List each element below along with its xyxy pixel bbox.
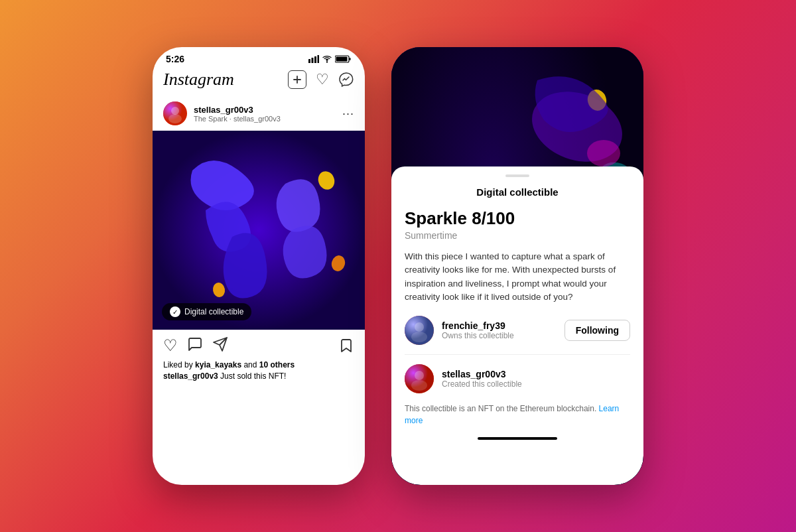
liked-count[interactable]: 10 others	[259, 360, 295, 369]
post-caption: stellas_gr00v3 Just sold this NFT!	[163, 371, 354, 381]
owner-row: frenchie_fry39 Owns this collectible Fol…	[405, 316, 630, 345]
sheet-bottom-indicator	[478, 437, 557, 440]
add-button[interactable]	[288, 70, 306, 89]
owner-role: Owns this collectible	[442, 331, 557, 340]
divider	[405, 354, 630, 355]
svg-point-23	[415, 322, 424, 332]
caption-username[interactable]: stellas_gr00v3	[163, 371, 218, 381]
collectible-name: Sparkle 8/100	[405, 208, 630, 229]
plus-icon	[293, 75, 302, 84]
collectible-subtitle: Summertime	[405, 230, 630, 241]
status-icons	[308, 55, 352, 63]
svg-rect-3	[318, 55, 320, 63]
status-bar: 5:26	[153, 47, 365, 67]
header-icons: ♡	[288, 70, 354, 89]
svg-point-21	[587, 140, 620, 166]
post-user[interactable]: stellas_gr00v3 The Spark · stellas_gr00v…	[163, 101, 281, 125]
post-actions: ♡	[153, 330, 365, 359]
post-actions-left: ♡	[163, 336, 228, 355]
left-phone: 5:26 Instagram	[153, 47, 365, 485]
post-user-info: stellas_gr00v3 The Spark · stellas_gr00v…	[194, 105, 281, 123]
more-options[interactable]: ···	[342, 107, 354, 121]
save-button[interactable]	[338, 338, 354, 354]
post-subtitle: The Spark · stellas_gr00v3	[194, 115, 281, 123]
signal-icon	[308, 55, 319, 63]
creator-info: stellas_gr00v3 Created this collectible	[442, 369, 630, 389]
messenger-icon[interactable]	[338, 72, 354, 88]
post-info: Liked by kyia_kayaks and 10 others stell…	[153, 359, 365, 386]
instagram-logo: Instagram	[163, 70, 234, 90]
creator-avatar	[405, 364, 434, 393]
heart-button[interactable]: ♡	[316, 71, 329, 88]
svg-point-24	[411, 332, 427, 342]
svg-rect-6	[336, 57, 348, 62]
like-button[interactable]: ♡	[163, 336, 178, 355]
post-artwork	[153, 131, 365, 330]
svg-rect-13	[153, 131, 365, 330]
svg-point-26	[415, 371, 424, 380]
liked-by: Liked by kyia_kayaks and 10 others	[163, 360, 354, 369]
post-image: ✓ Digital collectible	[153, 131, 365, 330]
wifi-icon	[322, 55, 332, 63]
creator-role: Created this collectible	[442, 379, 630, 389]
nft-note-text: This collectible is an NFT on the Ethere…	[405, 404, 596, 413]
battery-icon	[335, 55, 352, 63]
creator-row: stellas_gr00v3 Created this collectible	[405, 364, 630, 393]
liked-username[interactable]: kyia_kayaks	[195, 360, 241, 369]
share-button[interactable]	[212, 336, 228, 352]
collectible-description: With this piece I wanted to capture what…	[405, 250, 630, 304]
collectible-sheet: Digital collectible Sparkle 8/100 Summer…	[391, 166, 643, 485]
ig-header: Instagram ♡	[153, 67, 365, 96]
caption-text: Just sold this NFT!	[218, 371, 287, 381]
svg-rect-1	[312, 58, 314, 63]
svg-rect-2	[314, 56, 316, 63]
right-panel: Digital collectible Sparkle 8/100 Summer…	[391, 47, 643, 485]
badge-label: Digital collectible	[184, 307, 243, 316]
sheet-handle	[505, 174, 529, 177]
owner-avatar	[405, 316, 434, 345]
badge-check-icon: ✓	[170, 306, 180, 317]
svg-point-27	[411, 380, 427, 391]
svg-point-11	[171, 107, 179, 115]
post-avatar	[163, 101, 187, 125]
nft-note: This collectible is an NFT on the Ethere…	[405, 403, 630, 427]
svg-point-4	[326, 61, 328, 62]
svg-point-12	[168, 114, 182, 123]
post-username: stellas_gr00v3	[194, 105, 281, 115]
sheet-title: Digital collectible	[405, 186, 630, 198]
svg-rect-0	[308, 59, 310, 63]
creator-username[interactable]: stellas_gr00v3	[442, 369, 630, 379]
digital-collectible-badge[interactable]: ✓ Digital collectible	[162, 303, 251, 320]
following-button[interactable]: Following	[564, 320, 630, 341]
time: 5:26	[166, 54, 184, 64]
comment-button[interactable]	[187, 336, 203, 352]
post-header: stellas_gr00v3 The Spark · stellas_gr00v…	[153, 96, 365, 131]
owner-username[interactable]: frenchie_fry39	[442, 320, 557, 331]
svg-rect-7	[350, 58, 351, 60]
owner-info: frenchie_fry39 Owns this collectible	[442, 320, 557, 340]
